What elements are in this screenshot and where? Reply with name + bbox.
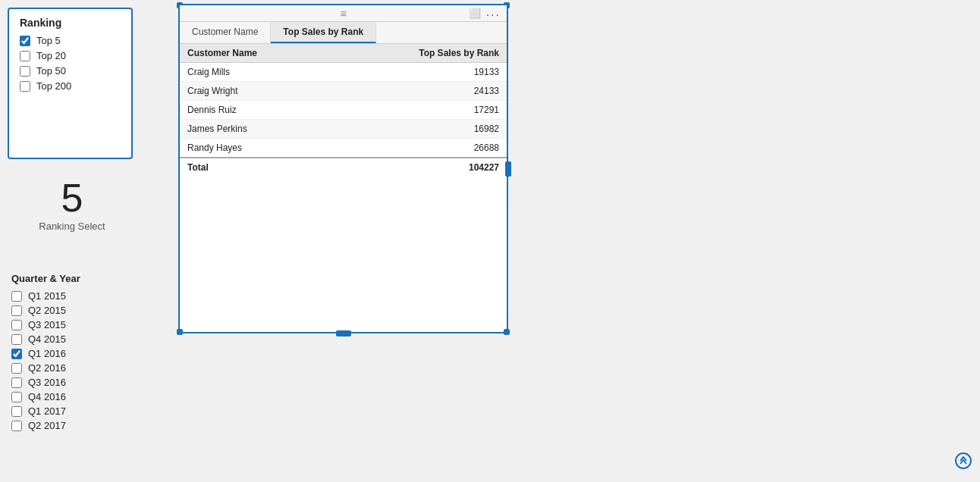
quarter-item-3[interactable]: Q4 2015 [11, 333, 140, 345]
quarter-item-0[interactable]: Q1 2015 [11, 290, 140, 302]
ranking-number: 5 [11, 178, 133, 218]
quarter-checkbox-1[interactable] [11, 305, 22, 316]
cell-sales-value: 16982 [334, 120, 507, 139]
quarter-item-2[interactable]: Q3 2015 [11, 319, 140, 330]
table-row: James Perkins16982 [180, 120, 507, 139]
cell-customer-name: Randy Hayes [180, 139, 334, 158]
table-row: Craig Mills19133 [180, 63, 507, 82]
quarter-year-title: Quarter & Year [11, 273, 140, 284]
quarter-checkbox-4[interactable] [11, 349, 22, 359]
resize-handle-br[interactable] [504, 329, 510, 335]
quarter-label-7: Q4 2016 [28, 391, 66, 402]
ranking-label-top50: Top 50 [36, 65, 66, 77]
col-header-sales: Top Sales by Rank [334, 44, 507, 63]
ranking-item-top50[interactable]: Top 50 [20, 65, 121, 77]
ranking-select-label: Ranking Select [11, 221, 133, 232]
quarter-checkbox-7[interactable] [11, 392, 22, 402]
ranking-item-top200[interactable]: Top 200 [20, 80, 121, 92]
quarter-checkbox-5[interactable] [11, 363, 22, 374]
quarter-year-panel: Quarter & Year Q1 2015Q2 2015Q3 2015Q4 2… [11, 273, 140, 434]
more-options-icon[interactable]: ··· [486, 8, 501, 22]
cell-customer-name: Craig Mills [180, 63, 334, 82]
ranking-checkbox-top200[interactable] [20, 81, 30, 92]
quarter-label-1: Q2 2015 [28, 305, 66, 316]
quarter-label-3: Q4 2015 [28, 333, 66, 345]
cell-sales-value: 17291 [334, 101, 507, 120]
ranking-title: Ranking [20, 17, 121, 29]
quarter-label-6: Q3 2016 [28, 377, 66, 388]
total-value: 104227 [334, 158, 507, 177]
tab-top-sales[interactable]: Top Sales by Rank [271, 22, 376, 43]
ranking-checkbox-top20[interactable] [20, 51, 30, 61]
quarter-checkbox-6[interactable] [11, 377, 22, 388]
ranking-label-top5: Top 5 [36, 35, 61, 46]
resize-handle-right[interactable] [505, 161, 511, 177]
quarter-item-5[interactable]: Q2 2016 [11, 362, 140, 374]
main-table-container: ≡ ⬜ ··· Customer Name Top Sales by Rank … [178, 4, 508, 333]
ranking-select-area: 5 Ranking Select [11, 178, 133, 232]
ranking-label-top200: Top 200 [36, 80, 71, 92]
ranking-item-top20[interactable]: Top 20 [20, 50, 121, 61]
col-header-name: Customer Name [180, 44, 334, 63]
tab-customer-name[interactable]: Customer Name [180, 22, 271, 43]
quarter-checkbox-2[interactable] [11, 320, 22, 330]
quarter-item-1[interactable]: Q2 2015 [11, 305, 140, 316]
sales-table: Customer Name Top Sales by Rank Craig Mi… [180, 44, 507, 177]
table-row: Craig Wright24133 [180, 82, 507, 101]
table-row: Randy Hayes26688 [180, 139, 507, 158]
cell-sales-value: 26688 [334, 139, 507, 158]
cell-customer-name: Dennis Ruiz [180, 101, 334, 120]
quarter-checkbox-0[interactable] [11, 291, 22, 302]
table-row: Dennis Ruiz17291 [180, 101, 507, 120]
quarter-item-4[interactable]: Q1 2016 [11, 348, 140, 359]
quarter-item-7[interactable]: Q4 2016 [11, 391, 140, 402]
quarter-item-8[interactable]: Q1 2017 [11, 405, 140, 417]
quarter-label-9: Q2 2017 [28, 420, 66, 431]
quarter-item-9[interactable]: Q2 2017 [11, 420, 140, 431]
tableau-toolbar: ≡ ⬜ ··· [180, 5, 507, 22]
total-label: Total [180, 158, 334, 177]
quarter-label-0: Q1 2015 [28, 290, 66, 302]
ranking-filter-panel: Ranking Top 5Top 20Top 50Top 200 [8, 8, 133, 159]
cell-customer-name: Craig Wright [180, 82, 334, 101]
cell-sales-value: 24133 [334, 82, 507, 101]
quarter-checkbox-9[interactable] [11, 421, 22, 431]
table-total-row: Total 104227 [180, 158, 507, 177]
quarter-item-6[interactable]: Q3 2016 [11, 377, 140, 388]
ranking-item-top5[interactable]: Top 5 [20, 35, 121, 46]
drag-handle-icon: ≡ [340, 8, 346, 20]
app-logo-icon [954, 452, 972, 474]
quarter-checkbox-8[interactable] [11, 406, 22, 417]
ranking-checkbox-top5[interactable] [20, 36, 30, 46]
resize-handle-bl[interactable] [177, 329, 183, 335]
quarter-label-4: Q1 2016 [28, 348, 66, 359]
table-tabs: Customer Name Top Sales by Rank [180, 22, 507, 44]
ranking-label-top20: Top 20 [36, 50, 66, 61]
expand-icon[interactable]: ⬜ [469, 8, 481, 19]
cell-sales-value: 19133 [334, 63, 507, 82]
quarter-label-2: Q3 2015 [28, 319, 66, 330]
quarter-label-8: Q1 2017 [28, 405, 66, 417]
cell-customer-name: James Perkins [180, 120, 334, 139]
quarter-checkbox-3[interactable] [11, 334, 22, 345]
table-header-row: Customer Name Top Sales by Rank [180, 44, 507, 63]
quarter-label-5: Q2 2016 [28, 362, 66, 374]
ranking-checkbox-top50[interactable] [20, 66, 30, 77]
resize-handle-bottom[interactable] [336, 330, 351, 336]
